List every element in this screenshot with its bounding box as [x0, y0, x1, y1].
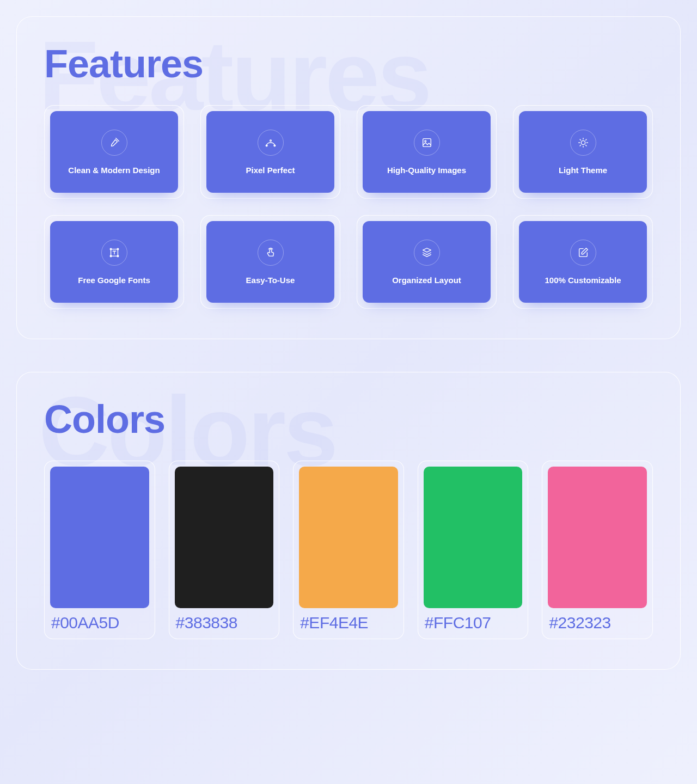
features-panel: Features Features Clean & Modern Design … [16, 16, 681, 339]
image-icon [414, 130, 440, 156]
color-code: #00AA5D [50, 608, 149, 635]
feature-card: Pixel Perfect [200, 105, 340, 199]
feature-card: Light Theme [513, 105, 653, 199]
feature-label: Free Google Fonts [78, 275, 150, 285]
colors-panel: Colors Colors #00AA5D #383838 #EF4E4E #F… [16, 372, 681, 670]
color-swatch [175, 467, 274, 608]
features-grid: Clean & Modern Design Pixel Perfect High… [44, 105, 653, 309]
color-swatch [548, 467, 647, 608]
svg-rect-3 [423, 138, 431, 146]
feature-label: Clean & Modern Design [68, 166, 160, 175]
colors-title: Colors [44, 400, 653, 439]
tap-icon [258, 240, 284, 266]
color-swatch [299, 467, 398, 608]
sun-icon [570, 130, 596, 156]
feature-label: High-Quality Images [387, 166, 466, 175]
svg-point-5 [581, 140, 585, 144]
text-frame-icon [101, 240, 127, 266]
brush-icon [101, 130, 127, 156]
color-card: #232323 [542, 461, 653, 639]
svg-point-4 [424, 140, 426, 142]
feature-label: Pixel Perfect [246, 166, 295, 175]
feature-card: Free Google Fonts [44, 215, 184, 309]
feature-label: 100% Customizable [545, 275, 621, 285]
color-card: #383838 [169, 461, 280, 639]
feature-card: Clean & Modern Design [44, 105, 184, 199]
feature-label: Easy-To-Use [246, 275, 295, 285]
color-swatch [50, 467, 149, 608]
color-code: #EF4E4E [299, 608, 398, 635]
color-swatch [424, 467, 523, 608]
color-card: #00AA5D [44, 461, 155, 639]
feature-card: High-Quality Images [357, 105, 497, 199]
color-code: #232323 [548, 608, 647, 635]
feature-card: 100% Customizable [513, 215, 653, 309]
colors-grid: #00AA5D #383838 #EF4E4E #FFC107 #232323 [44, 461, 653, 639]
color-code: #FFC107 [424, 608, 523, 635]
feature-label: Light Theme [559, 166, 607, 175]
color-card: #EF4E4E [293, 461, 404, 639]
color-code: #383838 [175, 608, 274, 635]
layers-icon [414, 240, 440, 266]
feature-card: Easy-To-Use [200, 215, 340, 309]
vector-icon [258, 130, 284, 156]
features-title: Features [44, 44, 653, 83]
feature-label: Organized Layout [392, 275, 461, 285]
svg-point-2 [270, 139, 271, 141]
feature-card: Organized Layout [357, 215, 497, 309]
color-card: #FFC107 [418, 461, 529, 639]
edit-icon [570, 240, 596, 266]
